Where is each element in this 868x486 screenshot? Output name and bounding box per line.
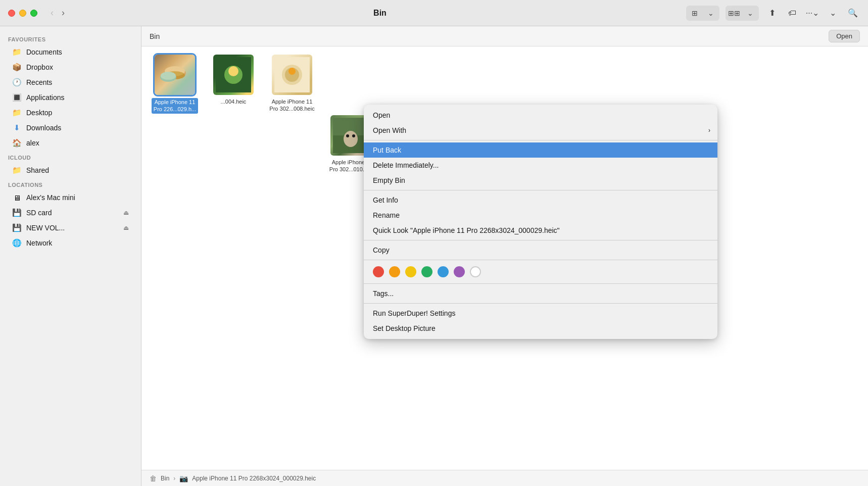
- menu-item-open[interactable]: Open: [364, 108, 717, 123]
- menu-item-set-desktop[interactable]: Set Desktop Picture: [364, 321, 717, 336]
- grid-view-button[interactable]: ⊞: [687, 7, 702, 20]
- sidebar-item-label: Shared: [26, 166, 49, 174]
- tag-orange[interactable]: [389, 266, 400, 277]
- file-name: Apple iPhone 11Pro 302...008.heic: [269, 98, 314, 113]
- file-name: Apple iPhone 11Pro 226...029.h...: [152, 98, 198, 114]
- menu-item-delete-immediately[interactable]: Delete Immediately...: [364, 158, 717, 173]
- empty-button[interactable]: Open: [829, 30, 860, 42]
- status-filename: Apple iPhone 11 Pro 2268x3024_000029.hei…: [192, 475, 316, 482]
- menu-item-rename[interactable]: Rename: [364, 208, 717, 223]
- menu-item-tags[interactable]: Tags...: [364, 286, 717, 301]
- file-item[interactable]: ...004.heic: [208, 55, 259, 173]
- sidebar-item-label: Dropbox: [26, 63, 53, 71]
- svg-point-16: [352, 134, 355, 137]
- close-button[interactable]: [8, 10, 15, 17]
- svg-point-7: [228, 66, 238, 76]
- file-item[interactable]: Apple iPhone 11Pro 302...008.heic: [267, 55, 317, 173]
- submenu-arrow-icon: ›: [708, 127, 710, 134]
- documents-icon: 📁: [12, 47, 21, 57]
- sidebar-item-desktop[interactable]: 📁 Desktop: [4, 106, 137, 120]
- sidebar-item-label: Network: [26, 239, 52, 247]
- sidebar-item-applications[interactable]: 🔳 Applications: [4, 90, 137, 105]
- svg-point-15: [346, 134, 349, 137]
- layout-switcher: ⊞⊞ ⌄: [726, 6, 759, 21]
- menu-item-copy[interactable]: Copy: [364, 242, 717, 258]
- sidebar-item-documents[interactable]: 📁 Documents: [4, 45, 137, 59]
- tag-blue[interactable]: [438, 266, 449, 277]
- nav-buttons: ‹ ›: [47, 6, 68, 20]
- sdcard-icon: 💾: [12, 208, 21, 217]
- tag-red[interactable]: [373, 266, 384, 277]
- search-button[interactable]: 🔍: [846, 6, 860, 20]
- favourites-header: Favourites: [0, 32, 141, 44]
- menu-item-put-back[interactable]: Put Back: [364, 142, 717, 158]
- sidebar-item-label: Alex's Mac mini: [26, 193, 75, 202]
- menu-item-get-info[interactable]: Get Info: [364, 192, 717, 208]
- sidebar-item-dropbox[interactable]: 📦 Dropbox: [4, 60, 137, 74]
- sidebar-item-label: NEW VOL...: [26, 224, 65, 232]
- forward-button[interactable]: ›: [59, 6, 68, 20]
- sidebar-item-shared[interactable]: 📁 Shared: [4, 163, 137, 177]
- file-item[interactable]: Apple iPhone 11Pro 226...029.h...: [150, 55, 200, 173]
- sidebar-item-label: Downloads: [26, 124, 61, 132]
- macmini-icon: 🖥: [12, 193, 21, 202]
- menu-separator: [364, 140, 717, 140]
- desktop-icon: 📁: [12, 108, 21, 117]
- sidebar-item-macmini[interactable]: 🖥 Alex's Mac mini: [4, 190, 137, 205]
- dropdown-button[interactable]: ⌄: [826, 6, 840, 20]
- tag-green[interactable]: [421, 266, 432, 277]
- sidebar-item-downloads[interactable]: ⬇ Downloads: [4, 121, 137, 135]
- eject-sdcard-icon[interactable]: ⏏: [123, 209, 129, 216]
- more-button[interactable]: ···⌄: [805, 6, 819, 20]
- file-thumbnail: [272, 55, 312, 95]
- context-menu: Open Open With › Put Back Delete Immedia…: [364, 105, 717, 339]
- file-thumbnail: [213, 55, 254, 95]
- locations-header: Locations: [0, 178, 141, 190]
- file-name: ...004.heic: [221, 98, 247, 105]
- menu-separator: [364, 190, 717, 190]
- sidebar-item-recents[interactable]: 🕐 Recents: [4, 75, 137, 89]
- svg-point-11: [288, 68, 296, 75]
- sidebar-item-newvol[interactable]: 💾 NEW VOL... ⏏: [4, 221, 137, 235]
- file-thumbnail: [155, 55, 195, 95]
- tag-purple[interactable]: [454, 266, 465, 277]
- sidebar: Favourites 📁 Documents 📦 Dropbox 🕐 Recen…: [0, 26, 141, 486]
- menu-item-superduper[interactable]: Run SuperDuper! Settings: [364, 306, 717, 321]
- file-type-icon: 📷: [179, 474, 188, 482]
- share-button[interactable]: ⬆: [765, 6, 779, 20]
- layout-options-button[interactable]: ⌄: [743, 7, 758, 20]
- shared-icon: 📁: [12, 166, 21, 175]
- minimize-button[interactable]: [19, 10, 26, 17]
- menu-item-open-with[interactable]: Open With ›: [364, 123, 717, 138]
- newvol-icon: 💾: [12, 223, 21, 232]
- svg-point-14: [344, 131, 358, 147]
- sidebar-item-label: SD card: [26, 209, 52, 217]
- content-header: Bin Open: [141, 26, 868, 46]
- menu-separator: [364, 260, 717, 260]
- network-icon: 🌐: [12, 238, 21, 248]
- tag-button[interactable]: 🏷: [785, 6, 799, 20]
- downloads-icon: ⬇: [12, 123, 21, 132]
- back-button[interactable]: ‹: [47, 6, 57, 20]
- view-switcher: ⊞ ⌄: [686, 6, 719, 21]
- maximize-button[interactable]: [30, 10, 37, 17]
- home-icon: 🏠: [12, 138, 21, 148]
- sidebar-item-home[interactable]: 🏠 alex: [4, 136, 137, 150]
- menu-item-quick-look[interactable]: Quick Look "Apple iPhone 11 Pro 2268x302…: [364, 223, 717, 238]
- view-options-button[interactable]: ⌄: [703, 7, 718, 20]
- menu-separator: [364, 240, 717, 240]
- sidebar-item-label: Recents: [26, 78, 52, 86]
- recents-icon: 🕐: [12, 78, 21, 87]
- eject-newvol-icon[interactable]: ⏏: [123, 224, 129, 231]
- svg-point-4: [161, 72, 176, 80]
- sidebar-item-sdcard[interactable]: 💾 SD card ⏏: [4, 206, 137, 220]
- sidebar-item-network[interactable]: 🌐 Network: [4, 236, 137, 250]
- traffic-lights: [8, 10, 37, 17]
- tag-white[interactable]: [470, 266, 481, 277]
- layout-grid-button[interactable]: ⊞⊞: [727, 7, 742, 20]
- title-bar: ‹ › Bin ⊞ ⌄ ⊞⊞ ⌄ ⬆ 🏷 ···⌄ ⌄ 🔍: [0, 0, 868, 26]
- tag-yellow[interactable]: [405, 266, 416, 277]
- menu-separator: [364, 303, 717, 304]
- menu-item-empty-bin[interactable]: Empty Bin: [364, 173, 717, 188]
- sidebar-item-label: Desktop: [26, 109, 52, 117]
